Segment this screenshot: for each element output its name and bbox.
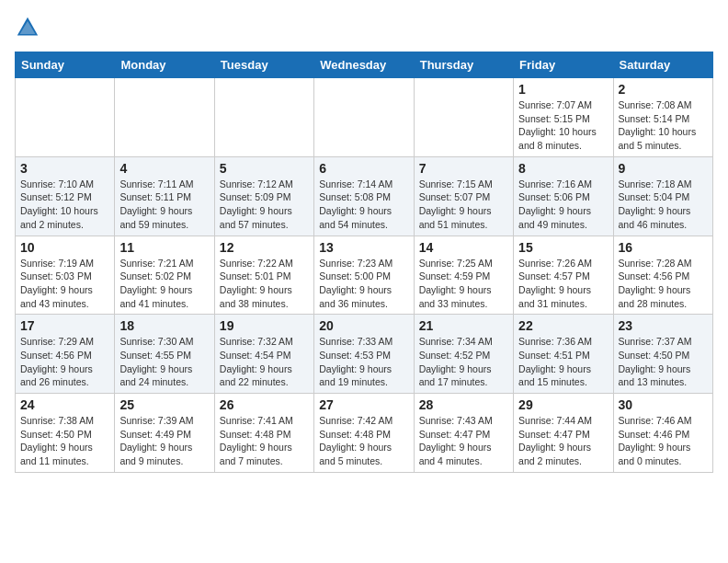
day-number: 7 xyxy=(419,161,508,176)
calendar-cell xyxy=(214,78,313,157)
calendar-week-row: 24Sunrise: 7:38 AM Sunset: 4:50 PM Dayli… xyxy=(16,394,713,473)
day-info: Sunrise: 7:10 AM Sunset: 5:12 PM Dayligh… xyxy=(20,178,109,232)
day-info: Sunrise: 7:21 AM Sunset: 5:02 PM Dayligh… xyxy=(119,257,209,311)
calendar-cell: 25Sunrise: 7:39 AM Sunset: 4:49 PM Dayli… xyxy=(115,394,214,473)
day-info: Sunrise: 7:28 AM Sunset: 4:56 PM Dayligh… xyxy=(619,257,708,311)
calendar-cell: 1Sunrise: 7:07 AM Sunset: 5:15 PM Daylig… xyxy=(514,78,613,157)
day-info: Sunrise: 7:41 AM Sunset: 4:48 PM Dayligh… xyxy=(220,414,309,468)
day-info: Sunrise: 7:46 AM Sunset: 4:46 PM Dayligh… xyxy=(619,414,708,468)
day-info: Sunrise: 7:30 AM Sunset: 4:55 PM Dayligh… xyxy=(119,335,209,389)
day-info: Sunrise: 7:37 AM Sunset: 4:50 PM Dayligh… xyxy=(619,335,708,389)
calendar-cell: 8Sunrise: 7:16 AM Sunset: 5:06 PM Daylig… xyxy=(514,156,613,236)
weekday-header: Monday xyxy=(115,52,214,78)
calendar-cell: 16Sunrise: 7:28 AM Sunset: 4:56 PM Dayli… xyxy=(613,236,712,315)
calendar-cell: 17Sunrise: 7:29 AM Sunset: 4:56 PM Dayli… xyxy=(16,315,115,394)
day-number: 18 xyxy=(119,318,209,333)
day-number: 22 xyxy=(518,318,608,333)
calendar-cell: 27Sunrise: 7:42 AM Sunset: 4:48 PM Dayli… xyxy=(314,394,414,473)
day-info: Sunrise: 7:43 AM Sunset: 4:47 PM Dayligh… xyxy=(419,414,508,468)
day-info: Sunrise: 7:16 AM Sunset: 5:06 PM Dayligh… xyxy=(518,178,608,232)
day-number: 28 xyxy=(419,397,508,412)
day-info: Sunrise: 7:29 AM Sunset: 4:56 PM Dayligh… xyxy=(20,335,109,389)
day-number: 3 xyxy=(20,161,109,176)
weekday-header: Thursday xyxy=(414,52,513,78)
calendar-cell: 11Sunrise: 7:21 AM Sunset: 5:02 PM Dayli… xyxy=(115,236,214,315)
day-number: 30 xyxy=(619,397,708,412)
calendar-cell: 24Sunrise: 7:38 AM Sunset: 4:50 PM Dayli… xyxy=(16,394,115,473)
calendar-cell: 4Sunrise: 7:11 AM Sunset: 5:11 PM Daylig… xyxy=(115,156,214,236)
calendar-cell: 12Sunrise: 7:22 AM Sunset: 5:01 PM Dayli… xyxy=(214,236,313,315)
calendar-cell: 29Sunrise: 7:44 AM Sunset: 4:47 PM Dayli… xyxy=(514,394,613,473)
calendar-table: SundayMondayTuesdayWednesdayThursdayFrid… xyxy=(15,52,713,473)
day-info: Sunrise: 7:08 AM Sunset: 5:14 PM Dayligh… xyxy=(619,98,708,153)
calendar-cell xyxy=(414,78,513,157)
day-info: Sunrise: 7:32 AM Sunset: 4:54 PM Dayligh… xyxy=(220,335,309,389)
calendar-cell: 19Sunrise: 7:32 AM Sunset: 4:54 PM Dayli… xyxy=(214,315,313,394)
day-number: 4 xyxy=(119,161,209,176)
weekday-header: Friday xyxy=(514,52,613,78)
day-info: Sunrise: 7:07 AM Sunset: 5:15 PM Dayligh… xyxy=(518,98,608,153)
day-info: Sunrise: 7:42 AM Sunset: 4:48 PM Dayligh… xyxy=(319,414,408,468)
day-info: Sunrise: 7:11 AM Sunset: 5:11 PM Dayligh… xyxy=(119,178,209,232)
day-number: 12 xyxy=(220,240,309,255)
day-info: Sunrise: 7:15 AM Sunset: 5:07 PM Dayligh… xyxy=(419,178,508,232)
calendar-cell: 7Sunrise: 7:15 AM Sunset: 5:07 PM Daylig… xyxy=(414,156,513,236)
weekday-header: Tuesday xyxy=(214,52,313,78)
day-info: Sunrise: 7:25 AM Sunset: 4:59 PM Dayligh… xyxy=(419,257,508,311)
day-number: 11 xyxy=(119,240,209,255)
page-header xyxy=(15,15,713,40)
calendar-cell: 18Sunrise: 7:30 AM Sunset: 4:55 PM Dayli… xyxy=(115,315,214,394)
day-number: 2 xyxy=(619,82,708,97)
day-number: 14 xyxy=(419,240,508,255)
calendar-week-row: 17Sunrise: 7:29 AM Sunset: 4:56 PM Dayli… xyxy=(16,315,713,394)
calendar-cell: 9Sunrise: 7:18 AM Sunset: 5:04 PM Daylig… xyxy=(613,156,712,236)
day-info: Sunrise: 7:33 AM Sunset: 4:53 PM Dayligh… xyxy=(319,335,408,389)
day-info: Sunrise: 7:38 AM Sunset: 4:50 PM Dayligh… xyxy=(20,414,109,468)
day-info: Sunrise: 7:23 AM Sunset: 5:00 PM Dayligh… xyxy=(319,257,408,311)
logo xyxy=(15,15,44,40)
calendar-cell: 22Sunrise: 7:36 AM Sunset: 4:51 PM Dayli… xyxy=(514,315,613,394)
day-number: 13 xyxy=(319,240,408,255)
calendar-cell: 6Sunrise: 7:14 AM Sunset: 5:08 PM Daylig… xyxy=(314,156,414,236)
calendar-week-row: 3Sunrise: 7:10 AM Sunset: 5:12 PM Daylig… xyxy=(16,156,713,236)
day-number: 20 xyxy=(319,318,408,333)
weekday-header: Saturday xyxy=(613,52,712,78)
calendar-cell: 30Sunrise: 7:46 AM Sunset: 4:46 PM Dayli… xyxy=(613,394,712,473)
day-info: Sunrise: 7:26 AM Sunset: 4:57 PM Dayligh… xyxy=(518,257,608,311)
day-number: 9 xyxy=(619,161,708,176)
day-info: Sunrise: 7:19 AM Sunset: 5:03 PM Dayligh… xyxy=(20,257,109,311)
day-number: 16 xyxy=(619,240,708,255)
calendar-cell: 2Sunrise: 7:08 AM Sunset: 5:14 PM Daylig… xyxy=(613,78,712,157)
day-number: 1 xyxy=(518,82,608,97)
day-info: Sunrise: 7:14 AM Sunset: 5:08 PM Dayligh… xyxy=(319,178,408,232)
logo-icon xyxy=(15,15,40,40)
day-info: Sunrise: 7:22 AM Sunset: 5:01 PM Dayligh… xyxy=(220,257,309,311)
day-number: 15 xyxy=(518,240,608,255)
calendar-cell: 20Sunrise: 7:33 AM Sunset: 4:53 PM Dayli… xyxy=(314,315,414,394)
day-number: 26 xyxy=(220,397,309,412)
calendar-cell: 15Sunrise: 7:26 AM Sunset: 4:57 PM Dayli… xyxy=(514,236,613,315)
day-info: Sunrise: 7:44 AM Sunset: 4:47 PM Dayligh… xyxy=(518,414,608,468)
calendar-cell xyxy=(16,78,115,157)
calendar-cell: 21Sunrise: 7:34 AM Sunset: 4:52 PM Dayli… xyxy=(414,315,513,394)
calendar-header-row: SundayMondayTuesdayWednesdayThursdayFrid… xyxy=(16,52,713,78)
calendar-cell: 5Sunrise: 7:12 AM Sunset: 5:09 PM Daylig… xyxy=(214,156,313,236)
day-number: 5 xyxy=(220,161,309,176)
calendar-week-row: 1Sunrise: 7:07 AM Sunset: 5:15 PM Daylig… xyxy=(16,78,713,157)
day-info: Sunrise: 7:36 AM Sunset: 4:51 PM Dayligh… xyxy=(518,335,608,389)
day-number: 6 xyxy=(319,161,408,176)
day-info: Sunrise: 7:39 AM Sunset: 4:49 PM Dayligh… xyxy=(119,414,209,468)
day-number: 10 xyxy=(20,240,109,255)
calendar-week-row: 10Sunrise: 7:19 AM Sunset: 5:03 PM Dayli… xyxy=(16,236,713,315)
day-number: 21 xyxy=(419,318,508,333)
day-number: 23 xyxy=(619,318,708,333)
weekday-header: Sunday xyxy=(16,52,115,78)
day-number: 19 xyxy=(220,318,309,333)
calendar-cell: 23Sunrise: 7:37 AM Sunset: 4:50 PM Dayli… xyxy=(613,315,712,394)
calendar-cell: 10Sunrise: 7:19 AM Sunset: 5:03 PM Dayli… xyxy=(16,236,115,315)
weekday-header: Wednesday xyxy=(314,52,414,78)
calendar-cell: 28Sunrise: 7:43 AM Sunset: 4:47 PM Dayli… xyxy=(414,394,513,473)
day-info: Sunrise: 7:34 AM Sunset: 4:52 PM Dayligh… xyxy=(419,335,508,389)
day-number: 24 xyxy=(20,397,109,412)
calendar-cell: 13Sunrise: 7:23 AM Sunset: 5:00 PM Dayli… xyxy=(314,236,414,315)
